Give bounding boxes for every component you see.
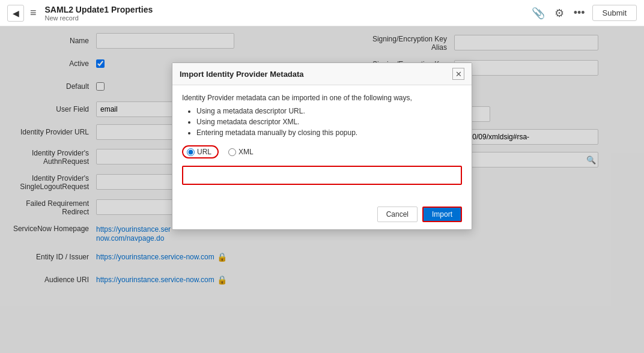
modal-description: Identity Provider metadata can be import…: [182, 94, 462, 102]
xml-label: XML: [238, 148, 254, 156]
page-title-block: SAML2 Update1 Properties New record: [45, 5, 153, 22]
modal-body: Identity Provider metadata can be import…: [172, 85, 472, 202]
url-label: URL: [197, 148, 211, 156]
modal-bullet-2: Using metadata descriptor XML.: [196, 118, 462, 126]
more-button[interactable]: •••: [571, 4, 588, 22]
back-button[interactable]: ◀: [7, 5, 24, 22]
attachment-button[interactable]: 📎: [529, 4, 547, 22]
import-metadata-modal: Import Identity Provider Metadata ✕ Iden…: [172, 62, 472, 230]
more-icon: •••: [574, 7, 585, 19]
attachment-icon: 📎: [532, 7, 545, 19]
modal-close-button[interactable]: ✕: [452, 68, 464, 80]
modal-bullet-1: Using a metadata descriptor URL.: [196, 107, 462, 115]
toolbar-actions: 📎 ⚙ ••• Submit: [529, 4, 637, 22]
cancel-button[interactable]: Cancel: [377, 207, 418, 222]
url-radio-label[interactable]: URL: [187, 148, 211, 156]
url-radio[interactable]: [187, 148, 195, 156]
modal-bullets: Using a metadata descriptor URL. Using m…: [182, 107, 462, 137]
modal-footer: Cancel Import: [172, 202, 472, 229]
modal-header: Import Identity Provider Metadata ✕: [172, 63, 472, 85]
xml-radio[interactable]: [228, 148, 236, 156]
submit-button[interactable]: Submit: [592, 5, 637, 21]
modal-title: Import Identity Provider Metadata: [180, 70, 304, 79]
url-input[interactable]: [183, 167, 461, 184]
url-input-wrapper: [182, 166, 462, 185]
main-content: Name Active Default User Field: [0, 26, 644, 353]
url-radio-wrapper: URL: [182, 145, 219, 158]
page-subtitle: New record: [45, 14, 153, 22]
modal-overlay: Import Identity Provider Metadata ✕ Iden…: [0, 26, 644, 353]
hamburger-icon[interactable]: ≡: [30, 7, 37, 19]
modal-bullet-3: Entering metadata manually by closing th…: [196, 128, 462, 137]
settings-icon: ⚙: [554, 7, 564, 19]
page-title: SAML2 Update1 Properties: [45, 5, 153, 14]
radio-group: URL XML: [182, 145, 462, 158]
top-bar: ◀ ≡ SAML2 Update1 Properties New record …: [0, 0, 644, 26]
xml-radio-label[interactable]: XML: [228, 148, 254, 156]
settings-button[interactable]: ⚙: [552, 4, 567, 22]
back-icon: ◀: [13, 8, 19, 18]
import-button[interactable]: Import: [422, 207, 462, 222]
